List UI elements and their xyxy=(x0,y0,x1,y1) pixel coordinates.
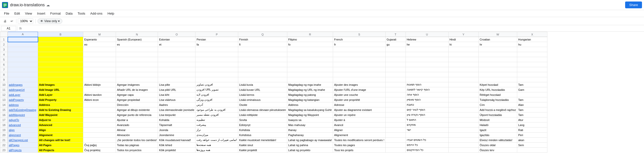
cell-x-22[interactable]: Sem xyxy=(517,143,547,148)
cell-r-12[interactable]: Magdagdag ng patong xyxy=(287,92,333,97)
cell-r-15[interactable]: Magdagdag sa kasalukuyang Guhit xyxy=(287,107,333,112)
cell-5-1[interactable] xyxy=(38,57,83,62)
cell-o-14[interactable]: Aadres xyxy=(158,102,195,107)
cell-y-20[interactable] xyxy=(448,133,478,138)
cell-u-18[interactable]: מתקדם xyxy=(406,122,448,128)
cell-n-20[interactable]: Alineación xyxy=(116,133,158,138)
cell-u-12[interactable]: הוסף אחה xyxy=(406,92,448,97)
cell-x-15[interactable]: Tam xyxy=(517,107,547,112)
col-header-o[interactable]: O xyxy=(158,32,195,37)
cell-s-17[interactable]: Ajuster à xyxy=(333,117,385,122)
cell-3-11[interactable] xyxy=(448,47,478,52)
cell-o-15[interactable]: Lisa olemasolevale joonisele xyxy=(158,107,195,112)
cell-u-17[interactable]: התאם ל xyxy=(406,117,448,122)
cell-q-16[interactable]: Lisää reittipiste xyxy=(238,112,287,117)
col-header-w[interactable]: W xyxy=(478,32,517,37)
cell-b-18[interactable]: Advanced xyxy=(38,122,83,128)
cell-x-16[interactable]: Tam xyxy=(517,112,547,117)
menu-format[interactable]: Format xyxy=(48,11,63,16)
cell-n-12[interactable]: Agregar capa xyxy=(116,92,158,97)
cell-s-16[interactable]: Ajouter un repère xyxy=(333,112,385,117)
cell-t2[interactable]: gu xyxy=(385,42,406,47)
share-button[interactable]: Share xyxy=(625,2,642,8)
cell-r2[interactable]: fo xyxy=(287,42,333,47)
cell-b-23[interactable]: All Projects xyxy=(38,148,83,153)
cell-t1[interactable]: Gujarati xyxy=(385,37,406,42)
cell-a-10[interactable]: addImages xyxy=(8,82,38,87)
menu-addons[interactable]: Add-ons xyxy=(88,11,104,16)
cell-n-22[interactable]: Todas las páginas xyxy=(116,143,158,148)
cell-s-21[interactable]: Toutes les modifications seront perdues … xyxy=(333,138,385,143)
cell-6-11[interactable] xyxy=(448,62,478,67)
cell-9-1[interactable] xyxy=(38,77,83,82)
menu-data[interactable]: Data xyxy=(64,11,74,16)
cell-x-11[interactable]: Gam xyxy=(517,87,547,92)
cell-b-20[interactable]: Alignment xyxy=(38,133,83,138)
cell-8-8[interactable] xyxy=(333,72,385,77)
cell-a-20[interactable]: alignment xyxy=(8,133,38,138)
cell-b-13[interactable]: Add Property xyxy=(38,97,83,102)
cell-s-20[interactable]: Alignement xyxy=(333,133,385,138)
cell-s-15[interactable]: Ajouter au diagramme existant xyxy=(333,107,385,112)
cell-r-21[interactable]: Lahat ng pagbabago ay mawawala! xyxy=(287,138,333,143)
cell-o2[interactable]: et xyxy=(158,42,195,47)
cell-9-11[interactable] xyxy=(448,77,478,82)
cell-p-14[interactable]: آدرس xyxy=(195,102,238,107)
cell-n-19[interactable]: Alinear xyxy=(116,128,158,133)
cell-t-23[interactable] xyxy=(385,148,406,153)
col-header-t[interactable]: T xyxy=(385,32,406,37)
cell-q1[interactable]: Finnish xyxy=(238,37,287,42)
cell-q-22[interactable]: Kaikki sivut xyxy=(238,143,287,148)
cell-b1[interactable] xyxy=(38,37,83,42)
cell-y-14[interactable] xyxy=(448,102,478,107)
cell-w-10[interactable]: Képet hozzáad xyxy=(478,82,517,87)
cell-y2[interactable]: hi xyxy=(448,42,478,47)
cell-9-6[interactable] xyxy=(238,77,287,82)
cell-6-8[interactable] xyxy=(333,62,385,67)
col-header-b[interactable]: B xyxy=(38,32,83,37)
cell-a-15[interactable]: addToExistingDrawing xyxy=(8,107,38,112)
cell-w2[interactable]: hr xyxy=(478,42,517,47)
col-header-r[interactable]: R xyxy=(287,32,333,37)
cell-4-7[interactable] xyxy=(287,52,333,57)
cell-s-18[interactable]: Avancé xyxy=(333,122,385,128)
cell-y-16[interactable] xyxy=(448,112,478,117)
cell-r-22[interactable]: Lahat ng pahina xyxy=(287,143,333,148)
col-header-q[interactable]: Q xyxy=(238,32,287,37)
cell-8-7[interactable] xyxy=(287,72,333,77)
cell-9-4[interactable] xyxy=(158,77,195,82)
cell-p-21[interactable]: تمامی تغییرات از دست خواهد رفت! xyxy=(195,138,238,143)
cell-a-18[interactable]: advanced xyxy=(8,122,38,128)
cell-6-2[interactable] xyxy=(83,62,116,67)
cell-u-14[interactable]: כתובת xyxy=(406,102,448,107)
cell-q-17[interactable]: Sovita xyxy=(238,117,287,122)
cell-t-20[interactable] xyxy=(385,133,406,138)
cell-m2[interactable]: eo xyxy=(83,42,116,47)
cell-p-13[interactable]: افزودن ویژگی xyxy=(195,97,238,102)
cell-7-12[interactable] xyxy=(478,67,517,72)
cell-w-13[interactable]: Tulajdonság hozzáadás xyxy=(478,97,517,102)
cell-x1[interactable]: Hungarian xyxy=(517,37,547,42)
cell-p1[interactable]: Persian xyxy=(195,37,238,42)
cell-7-11[interactable] xyxy=(448,67,478,72)
menu-edit[interactable]: Edit xyxy=(12,11,22,16)
cell-y-12[interactable] xyxy=(448,92,478,97)
cell-a-17[interactable]: adjustTo xyxy=(8,117,38,122)
cell-s-22[interactable]: Toutes les pages xyxy=(333,143,385,148)
cell-n-16[interactable]: Agregar punto de referencia xyxy=(116,112,158,117)
cell-q-15[interactable]: Lisää olemassa olevaan piirustukseen xyxy=(238,107,287,112)
cell-m-12[interactable]: Aldoni tavolon xyxy=(83,92,116,97)
cell-t-11[interactable] xyxy=(385,87,406,92)
cell-8-11[interactable] xyxy=(448,72,478,77)
cell-p-16[interactable]: افزودن نقطه مسیر xyxy=(195,112,238,117)
cell-8-6[interactable] xyxy=(238,72,287,77)
cell-w-12[interactable]: Rétéget hozzáad xyxy=(478,92,517,97)
cell-y-18[interactable] xyxy=(448,122,478,128)
cell-o-10[interactable]: Lisa pilte xyxy=(158,82,195,87)
cell-s2[interactable]: fr xyxy=(333,42,385,47)
cell-a-13[interactable]: addProperty xyxy=(8,97,38,102)
cell-p-23[interactable]: همه پروژه‌ها xyxy=(195,148,238,153)
cell-a-19[interactable]: align xyxy=(8,128,38,133)
cell-p-12[interactable]: افزودن لایه xyxy=(195,92,238,97)
cell-x2[interactable]: hu xyxy=(517,42,547,47)
